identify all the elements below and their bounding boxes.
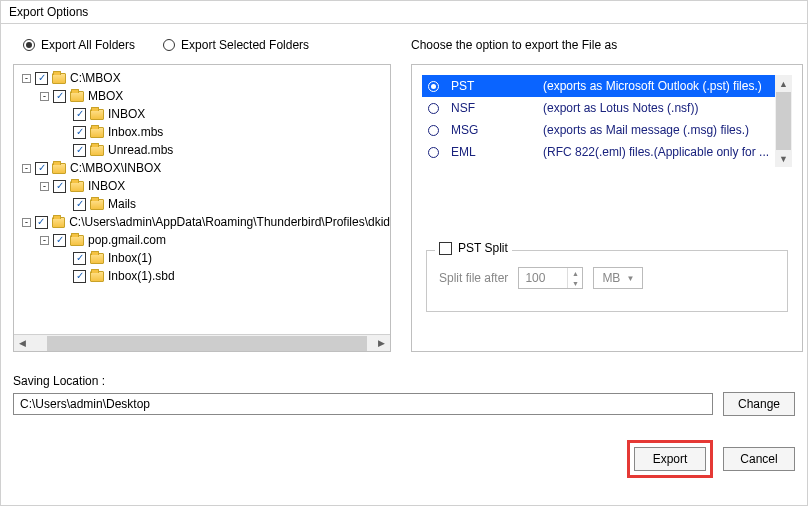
split-size-spinner[interactable]: ▲ ▼ [518,267,583,289]
format-vertical-scrollbar[interactable]: ▲ ▼ [775,75,792,167]
collapse-icon[interactable]: - [40,182,49,191]
scroll-up-icon[interactable]: ▲ [775,75,792,92]
tree-label: INBOX [108,107,145,121]
pst-split-legend-label: PST Split [458,241,508,255]
tree-checkbox[interactable] [73,108,86,121]
folder-icon [70,91,84,102]
radio-export-selected[interactable]: Export Selected Folders [163,38,309,52]
folder-icon [52,163,66,174]
format-option-pst[interactable]: PST(exports as Microsoft Outlook (.pst) … [422,75,775,97]
cancel-button[interactable]: Cancel [723,447,795,471]
collapse-icon[interactable]: - [40,236,49,245]
tree-label: C:\MBOX\INBOX [70,161,161,175]
format-desc: (exports as Mail message (.msg) files.) [543,123,769,137]
radio-icon [428,81,439,92]
format-heading: Choose the option to export the File as [411,32,803,64]
tree-label: INBOX [88,179,125,193]
radio-icon [428,125,439,136]
spinner-up-icon[interactable]: ▲ [568,268,582,278]
collapse-icon[interactable]: - [40,92,49,101]
tree-row[interactable]: Unread.mbs [18,141,390,159]
folder-icon [90,253,104,264]
split-unit-dropdown[interactable]: MB ▼ [593,267,643,289]
format-name: PST [451,79,531,93]
tree-horizontal-scrollbar[interactable]: ◀ ▶ [14,334,390,351]
format-desc: (export as Lotus Notes (.nsf)) [543,101,769,115]
folder-icon [52,73,66,84]
radio-dot-icon [23,39,35,51]
change-button[interactable]: Change [723,392,795,416]
tree-label: Mails [108,197,136,211]
tree-row[interactable]: INBOX [18,105,390,123]
folder-icon [70,235,84,246]
tree-label: Inbox(1).sbd [108,269,175,283]
tree-row[interactable]: -MBOX [18,87,390,105]
tree-checkbox[interactable] [53,180,66,193]
folder-icon [90,271,104,282]
tree-checkbox[interactable] [53,234,66,247]
tree-row[interactable]: -C:\MBOX\INBOX [18,159,390,177]
tree-label: C:\Users\admin\AppData\Roaming\Thunderbi… [69,215,390,229]
split-size-input[interactable] [519,268,567,288]
folder-icon [90,199,104,210]
format-list[interactable]: PST(exports as Microsoft Outlook (.pst) … [422,75,792,167]
tree-row[interactable]: Inbox.mbs [18,123,390,141]
format-desc: (RFC 822(.eml) files.(Applicable only fo… [543,145,769,159]
saving-location-input[interactable] [13,393,713,415]
tree-checkbox[interactable] [73,126,86,139]
radio-dot-icon [163,39,175,51]
tree-label: pop.gmail.com [88,233,166,247]
scroll-right-icon[interactable]: ▶ [373,335,390,352]
tree-label: Inbox.mbs [108,125,163,139]
tree-checkbox[interactable] [35,216,48,229]
tree-label: Inbox(1) [108,251,152,265]
tree-label: MBOX [88,89,123,103]
saving-location-label: Saving Location : [13,374,795,388]
collapse-icon[interactable]: - [22,74,31,83]
tree-label: C:\MBOX [70,71,121,85]
tree-label: Unread.mbs [108,143,173,157]
scroll-left-icon[interactable]: ◀ [14,335,31,352]
tree-checkbox[interactable] [35,72,48,85]
export-button[interactable]: Export [634,447,706,471]
chevron-down-icon: ▼ [626,274,634,283]
tree-checkbox[interactable] [73,252,86,265]
tree-row[interactable]: -C:\Users\admin\AppData\Roaming\Thunderb… [18,213,390,231]
tree-row[interactable]: -INBOX [18,177,390,195]
format-option-msg[interactable]: MSG(exports as Mail message (.msg) files… [422,119,775,141]
split-unit-label: MB [602,271,620,285]
folder-icon [90,109,104,120]
tree-row[interactable]: Inbox(1).sbd [18,267,390,285]
folder-tree[interactable]: -C:\MBOX-MBOXINBOXInbox.mbsUnread.mbs-C:… [13,64,391,352]
pst-split-checkbox[interactable] [439,242,452,255]
radio-export-selected-label: Export Selected Folders [181,38,309,52]
folder-icon [52,217,66,228]
format-name: EML [451,145,531,159]
tree-row[interactable]: -C:\MBOX [18,69,390,87]
tree-row[interactable]: Inbox(1) [18,249,390,267]
tree-checkbox[interactable] [73,270,86,283]
folder-icon [90,145,104,156]
tree-checkbox[interactable] [35,162,48,175]
folder-icon [70,181,84,192]
tree-row[interactable]: Mails [18,195,390,213]
window-title: Export Options [1,1,807,24]
format-name: MSG [451,123,531,137]
collapse-icon[interactable]: - [22,218,31,227]
tree-row[interactable]: -pop.gmail.com [18,231,390,249]
spinner-down-icon[interactable]: ▼ [568,278,582,288]
collapse-icon[interactable]: - [22,164,31,173]
tree-checkbox[interactable] [73,144,86,157]
radio-export-all[interactable]: Export All Folders [23,38,135,52]
export-highlight: Export [627,440,713,478]
pst-split-group: PST Split Split file after ▲ ▼ MB [426,250,788,312]
radio-icon [428,147,439,158]
format-option-eml[interactable]: EML(RFC 822(.eml) files.(Applicable only… [422,141,775,163]
scroll-down-icon[interactable]: ▼ [775,150,792,167]
radio-icon [428,103,439,114]
tree-checkbox[interactable] [53,90,66,103]
format-option-nsf[interactable]: NSF(export as Lotus Notes (.nsf)) [422,97,775,119]
radio-export-all-label: Export All Folders [41,38,135,52]
tree-checkbox[interactable] [73,198,86,211]
format-panel: PST(exports as Microsoft Outlook (.pst) … [411,64,803,352]
